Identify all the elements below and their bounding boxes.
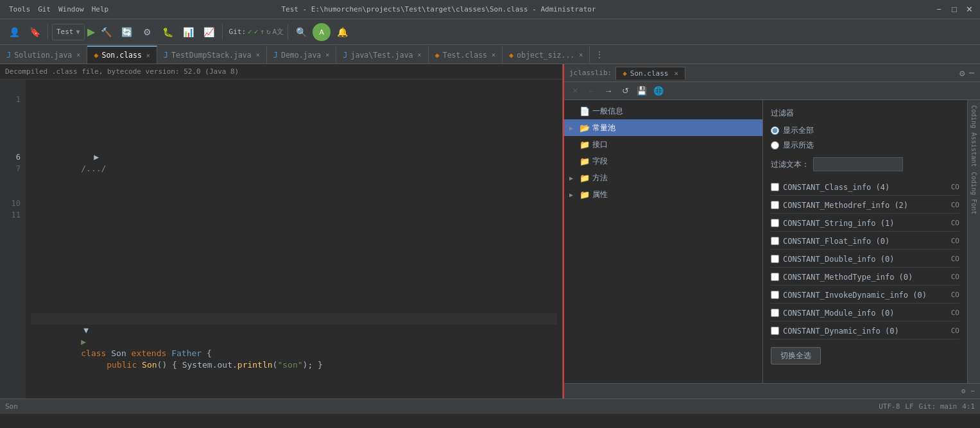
tab-objectsize[interactable]: ◆ object_siz... ×	[503, 46, 590, 64]
tree-arrow-attributes: ▶	[569, 191, 577, 198]
constant-checkbox-0[interactable]	[771, 183, 779, 191]
jclasslib-tab-close-icon[interactable]: ×	[674, 69, 678, 78]
coverage-button[interactable]: 📊	[180, 23, 198, 41]
jclasslib-web-button[interactable]: 🌐	[651, 84, 666, 98]
jclasslib-back-button[interactable]: ←	[585, 84, 599, 98]
profile-button[interactable]: 📈	[200, 23, 218, 41]
tab-overflow-button[interactable]: ⋮	[590, 49, 609, 60]
constant-checkbox-3[interactable]	[771, 237, 779, 245]
line-num-8	[0, 175, 26, 186]
code-line-8	[31, 382, 557, 394]
tab-javatest-close[interactable]: ×	[418, 51, 422, 58]
menu-tools[interactable]: Tools	[5, 4, 34, 15]
tree-item-interfaces[interactable]: 📁 接口	[564, 136, 762, 153]
class-tab-icon: ◆	[623, 69, 627, 78]
run-dropdown-icon: ▼	[76, 28, 80, 35]
jclasslib-status-bar: ⚙ −	[564, 383, 980, 398]
jclasslib-tab[interactable]: ◆ Son.class ×	[615, 67, 685, 80]
filter-text-input[interactable]	[813, 157, 903, 171]
tab-demo[interactable]: J Demo.java ×	[267, 46, 337, 64]
constant-checkbox-6[interactable]	[771, 291, 779, 299]
class-icon-2: ◆	[435, 51, 440, 60]
line-num-11: 11	[0, 209, 26, 221]
tab-demo-close[interactable]: ×	[325, 51, 329, 58]
filter-radio-selected-row[interactable]: 显示所选	[771, 140, 959, 151]
status-bar-right: UTF-8 LF Git: main 4:1	[879, 402, 975, 411]
git-check-2: ✓	[254, 28, 259, 36]
main-content: Decompiled .class file, bytecode version…	[0, 64, 980, 398]
java-icon: J	[6, 51, 11, 60]
jclasslib-close-button[interactable]: ✕	[568, 84, 582, 98]
folder-icon-general: 📄	[580, 107, 590, 116]
jclasslib-save-button[interactable]: 💾	[635, 84, 649, 98]
constant-row-0: CONSTANT_Class_info (4) CO	[771, 179, 959, 196]
build-button[interactable]: 🔨	[98, 23, 116, 41]
tree-item-constantpool[interactable]: ▶ 📂 常量池	[564, 119, 762, 136]
navigate-icon[interactable]: 🔖	[26, 23, 44, 41]
profile-icon[interactable]: 👤	[5, 23, 23, 41]
toggle-all-button[interactable]: 切换全选	[771, 347, 821, 364]
more-run-button[interactable]: ⚙	[139, 23, 157, 41]
notifications-button[interactable]: 🔔	[333, 23, 351, 41]
tab-testclass-close[interactable]: ×	[492, 51, 495, 58]
tab-javatest[interactable]: J java\Test.java ×	[336, 46, 428, 64]
filter-text-row: 过滤文本：	[771, 157, 959, 171]
jclasslib-status-minimize[interactable]: −	[970, 387, 975, 395]
code-text[interactable]: ▶ /.../ ▼ ▶ class Son extends Father { p…	[26, 80, 562, 398]
jclasslib-minimize-icon[interactable]: −	[968, 67, 975, 79]
minimize-button[interactable]: −	[934, 4, 944, 15]
close-button[interactable]: ✕	[965, 4, 975, 15]
jclasslib-content: 📄 一般信息 ▶ 📂 常量池 📁 接口 📁 字段	[564, 100, 980, 383]
jclasslib-settings-gear[interactable]: ⚙	[961, 387, 966, 395]
constant-row-7: CONSTANT_Module_info (0) CO	[771, 305, 959, 321]
filter-radio-all[interactable]	[771, 126, 779, 135]
code-container[interactable]: 1 6 7 10 11 ▶ /.../	[0, 80, 562, 398]
debug-button[interactable]: 🐛	[159, 23, 177, 41]
tab-son-close[interactable]: ×	[146, 52, 150, 59]
sync-button[interactable]: 🔄	[118, 23, 136, 41]
fold-btn-6[interactable]: ▼	[83, 325, 89, 335]
tab-solution[interactable]: J Solution.java ×	[0, 46, 87, 64]
side-gutter-coding-assistant[interactable]: Coding Assistant	[969, 103, 979, 169]
git-label: Git:	[229, 28, 246, 36]
tree-item-methods[interactable]: ▶ 📁 方法	[564, 169, 762, 186]
user-avatar-button[interactable]: A	[313, 23, 331, 41]
global-search-button[interactable]: 🔍	[292, 23, 310, 41]
constant-checkbox-2[interactable]	[771, 219, 779, 227]
tab-testclass[interactable]: ◆ Test.class ×	[429, 46, 503, 64]
tree-item-constantpool-label: 常量池	[592, 123, 615, 133]
folder-icon-attributes: 📁	[580, 190, 590, 200]
tab-testdumpstack[interactable]: J TestDumpStack.java ×	[157, 46, 267, 64]
tree-item-fields[interactable]: 📁 字段	[564, 153, 762, 169]
run-icon[interactable]: ▶	[81, 337, 86, 347]
menu-window[interactable]: Window	[55, 4, 88, 15]
menu-help[interactable]: Help	[88, 4, 113, 15]
jclasslib-refresh-button[interactable]: ↺	[618, 84, 632, 98]
constant-list: CONSTANT_Class_info (4) CO CONSTANT_Meth…	[771, 179, 959, 339]
tab-testdumpstack-close[interactable]: ×	[256, 51, 260, 58]
constant-checkbox-4[interactable]	[771, 255, 779, 263]
filter-radio-selected[interactable]	[771, 141, 779, 150]
tree-item-general[interactable]: 📄 一般信息	[564, 103, 762, 119]
jclasslib-forward-button[interactable]: →	[601, 84, 615, 98]
jclasslib-settings-icon[interactable]: ⚙	[959, 68, 965, 78]
tab-son[interactable]: ◆ Son.class ×	[87, 46, 157, 64]
main-status-bar: Son UTF-8 LF Git: main 4:1	[0, 398, 980, 414]
tab-solution-close[interactable]: ×	[76, 51, 80, 58]
constant-checkbox-8[interactable]	[771, 327, 779, 335]
fold-btn[interactable]: ▶	[94, 152, 99, 162]
run-button[interactable]: ▶	[87, 26, 95, 38]
side-gutter: Coding Assistant Coding Font	[967, 100, 980, 383]
line-num-3	[0, 117, 26, 128]
maximize-button[interactable]: □	[949, 4, 959, 15]
side-gutter-coding-font[interactable]: Coding Font	[969, 169, 979, 217]
tree-item-attributes[interactable]: ▶ 📁 属性	[564, 186, 762, 203]
constant-checkbox-1[interactable]	[771, 201, 779, 209]
constant-checkbox-5[interactable]	[771, 273, 779, 281]
code-editor: Decompiled .class file, bytecode version…	[0, 64, 563, 398]
constant-checkbox-7[interactable]	[771, 309, 779, 317]
menu-git[interactable]: Git	[34, 4, 55, 15]
filter-radio-all-row[interactable]: 显示全部	[771, 125, 959, 136]
constant-abbr-8: CO	[940, 327, 959, 335]
tab-objectsize-close[interactable]: ×	[579, 51, 583, 58]
